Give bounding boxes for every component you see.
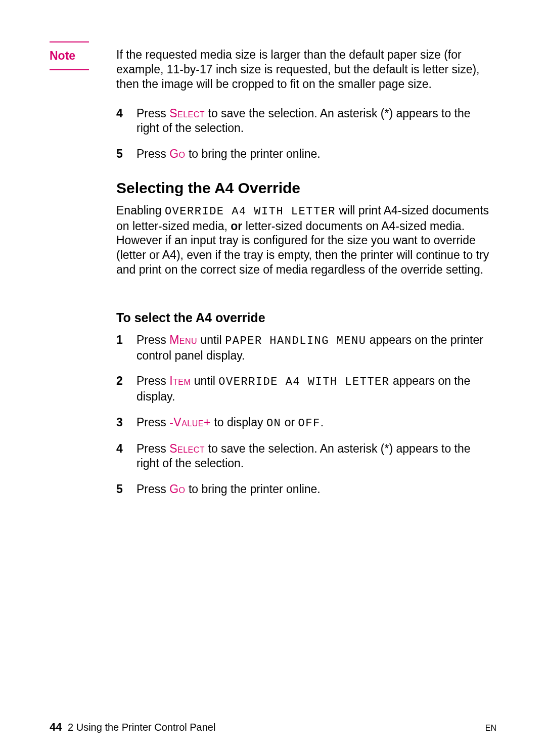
step-number: 5	[116, 482, 136, 497]
text: until	[197, 333, 225, 346]
step-row: 4 Press Select to save the selection. An…	[116, 441, 490, 471]
step-number: 3	[116, 415, 136, 430]
lcd-text: OVERRIDE A4 WITH LETTER	[165, 205, 336, 218]
subsection-heading: To select the A4 override	[116, 310, 265, 326]
step-row: 2 Press Item until OVERRIDE A4 WITH LETT…	[116, 374, 490, 404]
step-body: Press Go to bring the printer online.	[136, 482, 490, 497]
step-body: Press Select to save the selection. An a…	[136, 106, 490, 136]
text: until	[191, 374, 218, 387]
text: Press	[136, 374, 169, 387]
text: Enabling	[116, 204, 165, 217]
step-body: Press -Value+ to display ON or OFF.	[136, 415, 490, 431]
section-paragraph: Enabling OVERRIDE A4 WITH LETTER will pr…	[116, 203, 491, 277]
page-footer: 44 2 Using the Printer Control Panel EN	[50, 720, 496, 734]
keyword: Go	[169, 147, 185, 160]
footer-left: 44 2 Using the Printer Control Panel	[50, 720, 215, 734]
step-body: Press Go to bring the printer online.	[136, 147, 490, 161]
step-number: 2	[116, 374, 136, 388]
keyword: Select	[169, 107, 205, 120]
text: to display	[211, 416, 266, 429]
page-number: 44	[50, 721, 62, 733]
text: .	[321, 416, 324, 429]
top-steps: 4 Press Select to save the selection. An…	[116, 106, 490, 172]
text: or	[281, 416, 298, 429]
chapter-title: 2 Using the Printer Control Panel	[68, 722, 215, 733]
text: Press	[136, 147, 169, 160]
section-heading: Selecting the A4 Override	[116, 179, 300, 198]
note-label: Note	[50, 41, 89, 70]
text: Press	[136, 107, 169, 120]
step-row: 3 Press -Value+ to display ON or OFF.	[116, 415, 490, 431]
lcd-text: OFF	[298, 417, 321, 430]
text: to bring the printer online.	[186, 147, 321, 160]
step-number: 5	[116, 147, 136, 161]
step-body: Press Item until OVERRIDE A4 WITH LETTER…	[136, 374, 490, 404]
lcd-text: OVERRIDE A4 WITH LETTER	[218, 376, 389, 388]
step-number: 4	[116, 441, 136, 456]
lcd-text: PAPER HANDLING MENU	[225, 335, 366, 347]
bold-text: or	[231, 219, 242, 233]
note-body: If the requested media size is larger th…	[116, 41, 489, 91]
step-body: Press Menu until PAPER HANDLING MENU app…	[136, 333, 490, 363]
step-number: 1	[116, 333, 136, 347]
keyword: Select	[169, 442, 205, 455]
keyword: Go	[169, 482, 185, 496]
keyword: Item	[169, 374, 191, 387]
lcd-text: ON	[266, 417, 281, 430]
note-block: Note If the requested media size is larg…	[50, 41, 489, 91]
text: to bring the printer online.	[186, 482, 321, 496]
step-number: 4	[116, 106, 136, 121]
keyword: -Value+	[169, 416, 211, 429]
text: Press	[136, 416, 169, 429]
footer-right: EN	[485, 723, 496, 733]
subsection-steps: 1 Press Menu until PAPER HANDLING MENU a…	[116, 333, 490, 507]
step-row: 4 Press Select to save the selection. An…	[116, 106, 490, 136]
keyword: Menu	[169, 333, 197, 346]
step-row: 5 Press Go to bring the printer online.	[116, 147, 490, 161]
step-body: Press Select to save the selection. An a…	[136, 441, 490, 471]
text: Press	[136, 482, 169, 496]
text: Press	[136, 333, 169, 346]
page: Note If the requested media size is larg…	[0, 0, 546, 756]
note-label-wrap: Note	[50, 41, 116, 70]
step-row: 1 Press Menu until PAPER HANDLING MENU a…	[116, 333, 490, 363]
text: Press	[136, 442, 169, 455]
step-row: 5 Press Go to bring the printer online.	[116, 482, 490, 497]
